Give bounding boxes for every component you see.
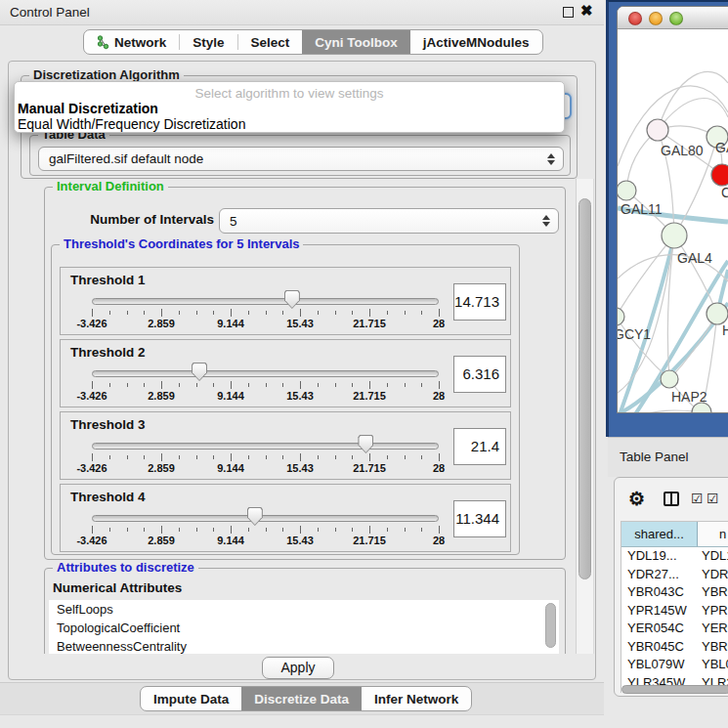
interval-definition-group: Interval Definition Number of Intervals … (44, 187, 566, 560)
table-cell-shared-name[interactable]: YDL19... (621, 547, 698, 566)
threshold-value-field[interactable]: 21.4 (453, 428, 506, 465)
tick-label: 28 (433, 318, 445, 329)
tick-mark (127, 528, 128, 532)
tick-label: 9.144 (217, 535, 244, 546)
table-cell-shared-name[interactable]: YPR145W (621, 602, 698, 621)
table-cell-name[interactable]: YBL0 (698, 656, 728, 674)
table-row[interactable]: YDR27...YDR2 (621, 566, 728, 584)
table-data-combobox[interactable]: galFiltered.sif default node (38, 147, 564, 171)
tick-mark (266, 528, 267, 532)
tab-infer-network[interactable]: Infer Network (362, 687, 471, 710)
tick-mark (161, 381, 162, 389)
table-cell-name[interactable]: YER0 (698, 620, 728, 638)
tick-label: 21.715 (353, 535, 386, 546)
table-horizontal-scrollbar-thumb[interactable] (621, 685, 728, 694)
attribute-list-item[interactable]: BetweennessCentrality (49, 637, 559, 654)
tab-style[interactable]: Style (180, 30, 236, 54)
gear-icon[interactable]: ⚙ (628, 488, 645, 510)
network-node-gal11[interactable] (618, 181, 636, 200)
column-header-name[interactable]: n (698, 522, 728, 546)
column-header-shared-name[interactable]: shared... (621, 522, 698, 546)
threshold-slider-handle[interactable] (192, 363, 207, 381)
close-light-icon[interactable] (628, 12, 642, 25)
network-node-label: C (721, 185, 728, 200)
table-cell-name[interactable]: YDR2 (698, 566, 728, 584)
tab-jactivemnodules[interactable]: jActiveMNodules (410, 30, 542, 54)
tick-mark (127, 383, 128, 387)
table-cell-shared-name[interactable]: YER054C (621, 620, 698, 638)
tick-mark (92, 309, 93, 317)
threshold-value-field[interactable]: 14.713 (453, 283, 506, 321)
attributes-list-scrollbar-thumb[interactable] (545, 603, 556, 648)
threshold-slider-handle[interactable] (358, 435, 373, 453)
table-cell-shared-name[interactable]: YBR045C (621, 638, 698, 657)
close-icon[interactable]: ✖ (580, 2, 593, 20)
zoom-light-icon[interactable] (669, 12, 683, 25)
table-cell-name[interactable]: YPR1 (698, 602, 728, 621)
network-node-gcy1[interactable] (618, 308, 624, 325)
tick-mark (179, 383, 180, 387)
table-row[interactable]: YPR145WYPR1 (621, 602, 728, 621)
threshold-value-field[interactable]: 11.344 (453, 500, 506, 537)
tab-discretize-data[interactable]: Discretize Data (241, 687, 362, 710)
number-of-intervals-combobox[interactable]: 5 (219, 208, 559, 234)
network-edge[interactable] (618, 410, 702, 413)
attribute-list-item[interactable]: SelfLoops (49, 600, 559, 619)
tick-label: 15.43 (286, 535, 314, 546)
tab-select[interactable]: Select (238, 30, 303, 54)
table-cell-name[interactable]: YBR0 (698, 638, 728, 657)
table-cell-shared-name[interactable]: YBR043C (621, 583, 698, 602)
tick-mark (213, 383, 214, 387)
network-edge[interactable] (658, 99, 728, 130)
algorithm-option[interactable]: Manual Discretization (15, 101, 564, 116)
table-row[interactable]: YER054CYER0 (621, 620, 728, 638)
tick-mark (318, 383, 319, 387)
network-node-hap2[interactable] (661, 370, 678, 388)
table-row[interactable]: YBR043CYBR0 (621, 583, 728, 602)
apply-button[interactable]: Apply (262, 657, 334, 679)
algorithm-option[interactable]: Equal Width/Frequency Discretization (15, 116, 564, 132)
network-node-c[interactable] (711, 164, 728, 186)
tick-mark (335, 311, 336, 315)
tab-label: Style (193, 35, 224, 50)
tick-mark (248, 383, 249, 387)
table-row[interactable]: YDL19...YDL1 (621, 547, 728, 566)
tab-cyni-toolbox[interactable]: Cyni Toolbox (302, 30, 410, 54)
tick-mark (282, 455, 283, 459)
float-window-icon[interactable] (563, 7, 574, 18)
table-cell-shared-name[interactable]: YBL079W (621, 656, 698, 674)
network-node-gal80[interactable] (647, 119, 668, 141)
tab-impute-data[interactable]: Impute Data (141, 687, 241, 710)
minimize-light-icon[interactable] (649, 12, 663, 25)
checkbox-checked-icon[interactable]: ☑ (707, 491, 719, 506)
checkbox-checked-icon[interactable]: ☑ (691, 491, 704, 506)
table-cell-name[interactable]: YDL1 (698, 547, 728, 566)
threshold-value-field[interactable]: 6.316 (453, 356, 506, 393)
threshold-slider-handle[interactable] (284, 290, 300, 309)
number-of-intervals-value: 5 (220, 214, 541, 229)
threshold-slider-track[interactable] (92, 370, 439, 377)
network-node-h[interactable] (707, 303, 728, 324)
table-cell-name[interactable]: YBR0 (698, 583, 728, 602)
threshold-slider-track[interactable] (92, 298, 439, 305)
network-edge[interactable] (674, 236, 717, 314)
network-node-gal4[interactable] (662, 223, 687, 248)
main-scrollbar-thumb[interactable] (578, 198, 591, 579)
table-row[interactable]: YBR045CYBR0 (621, 638, 728, 657)
table-cell-shared-name[interactable]: YDR27... (621, 566, 698, 584)
cyni-toolbox-panel: Discretization Algorithm Table Data galF… (8, 61, 596, 680)
network-canvas[interactable]: GAL80GACGAL11GAL4GCY1HHAP2 (618, 29, 728, 413)
table-panel-window: ⚙ ☑ ☑ shared... n YDL19...YDL1YDR27...YD… (614, 477, 728, 697)
tick-mark (282, 311, 283, 315)
attribute-list-item[interactable]: TopologicalCoefficient (49, 619, 559, 637)
network-window-titlebar[interactable] (618, 7, 728, 29)
threshold-slider-handle[interactable] (247, 507, 263, 526)
tab-network[interactable]: Network (84, 30, 179, 54)
table-row[interactable]: YBL079WYBL0 (621, 656, 728, 674)
threshold-slider-track[interactable] (92, 443, 439, 450)
table-rows: YDL19...YDL1YDR27...YDR2YBR043CYBR0YPR14… (621, 547, 728, 693)
algorithm-popup-hint: Select algorithm to view settings (15, 86, 564, 101)
split-view-icon[interactable] (664, 492, 679, 506)
main-vertical-scrollbar[interactable] (576, 179, 594, 654)
threshold-slider-track[interactable] (92, 515, 439, 522)
